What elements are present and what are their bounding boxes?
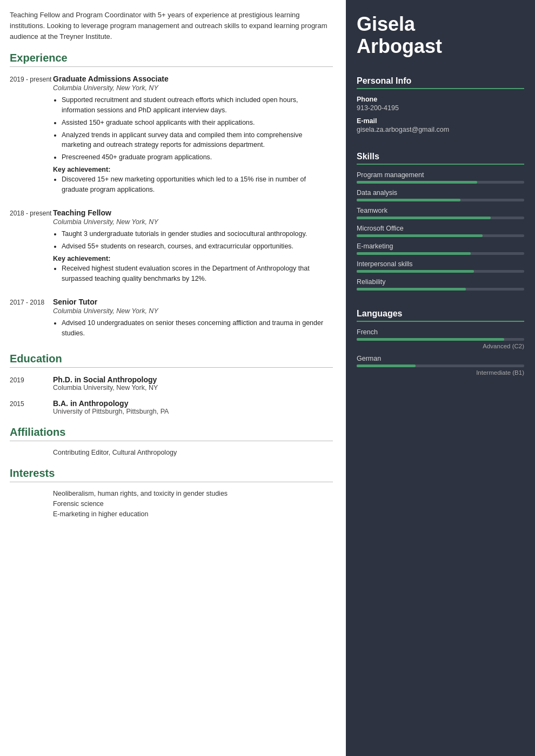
language-level: Advanced (C2) <box>357 343 524 349</box>
key-achievement-item: Received highest student evaluation scor… <box>62 264 333 284</box>
edu-content: Ph.D. in Social AnthropologyColumbia Uni… <box>53 375 158 392</box>
interest-item: Neoliberalism, human rights, and toxicit… <box>53 490 333 497</box>
skill-bar-fill <box>357 270 474 273</box>
bullet-item: Advised 10 undergraduates on senior thes… <box>62 318 333 339</box>
interests-section: Interests Neoliberalism, human rights, a… <box>10 467 333 518</box>
skill-name: E-marketing <box>357 242 524 250</box>
exp-title: Senior Tutor <box>53 298 333 306</box>
language-name: German <box>357 355 524 362</box>
bullet-item: Prescreened 450+ graduate program applic… <box>62 152 333 163</box>
edu-date: 2019 <box>10 375 53 392</box>
experience-item: 2019 - presentGraduate Admissions Associ… <box>10 75 333 198</box>
left-column: Teaching Fellow and Program Coordinator … <box>0 0 346 756</box>
right-column: Gisela Arbogast Personal Info Phone 913-… <box>346 0 535 756</box>
phone-label: Phone <box>357 96 524 103</box>
affiliations-title: Affiliations <box>10 426 333 441</box>
language-bar-background <box>357 364 524 367</box>
skill-bar-background <box>357 217 524 219</box>
education-section: Education 2019Ph.D. in Social Anthropolo… <box>10 353 333 415</box>
exp-company: Columbia University, New York, NY <box>53 307 333 315</box>
languages-section: Languages FrenchAdvanced (C2)GermanInter… <box>346 301 535 387</box>
personal-info-title: Personal Info <box>357 76 524 89</box>
interests-title: Interests <box>10 467 333 482</box>
bullet-item: Supported recruitment and student outrea… <box>62 95 333 116</box>
skill-name: Teamwork <box>357 207 524 214</box>
key-achievement-bullets: Discovered 15+ new marketing opportuniti… <box>53 174 333 195</box>
skill-name: Interpersonal skills <box>357 260 524 268</box>
exp-bullets: Taught 3 undergraduate tutorials in gend… <box>53 229 333 252</box>
exp-date: 2018 - present <box>10 208 53 287</box>
skill-bar-fill <box>357 181 477 184</box>
edu-degree: Ph.D. in Social Anthropology <box>53 375 158 384</box>
exp-date: 2017 - 2018 <box>10 298 53 342</box>
name-line1: Gisela <box>357 13 415 35</box>
interest-item: Forensic science <box>53 500 333 508</box>
language-name: French <box>357 328 524 336</box>
exp-date: 2019 - present <box>10 75 53 198</box>
email-label: E-mail <box>357 117 524 125</box>
skill-name: Data analysis <box>357 189 524 197</box>
exp-content: Teaching FellowColumbia University, New … <box>53 208 333 287</box>
exp-content: Graduate Admissions AssociateColumbia Un… <box>53 75 333 198</box>
personal-info-section: Personal Info Phone 913-200-4195 E-mail … <box>346 69 535 144</box>
key-achievement-label: Key achievement: <box>53 255 333 262</box>
skill-bar-fill <box>357 199 460 201</box>
summary-text: Teaching Fellow and Program Coordinator … <box>10 10 333 42</box>
affiliation-item: Contributing Editor, Cultural Anthropolo… <box>10 449 333 456</box>
skill-bar-background <box>357 252 524 255</box>
skill-name: Program management <box>357 171 524 179</box>
education-item: 2015B.A. in AnthropologyUniversity of Pi… <box>10 399 333 415</box>
affil-spacer <box>10 449 53 456</box>
name-line2: Arbogast <box>357 35 442 57</box>
skill-bar-fill <box>357 217 491 219</box>
key-achievement-bullets: Received highest student evaluation scor… <box>53 264 333 284</box>
language-bar-fill <box>357 338 504 341</box>
language-bar-background <box>357 338 524 341</box>
exp-title: Teaching Fellow <box>53 208 333 217</box>
skill-bar-fill <box>357 288 466 291</box>
experience-item: 2018 - presentTeaching FellowColumbia Un… <box>10 208 333 287</box>
edu-degree: B.A. in Anthropology <box>53 399 169 408</box>
exp-bullets: Advised 10 undergraduates on senior thes… <box>53 318 333 339</box>
key-achievement-label: Key achievement: <box>53 166 333 173</box>
interests-list: Neoliberalism, human rights, and toxicit… <box>53 490 333 518</box>
name-block: Gisela Arbogast <box>346 0 535 69</box>
education-title: Education <box>10 353 333 368</box>
experience-item: 2017 - 2018Senior TutorColumbia Universi… <box>10 298 333 342</box>
skill-name: Reliability <box>357 278 524 286</box>
skill-bar-background <box>357 199 524 201</box>
edu-content: B.A. in AnthropologyUniversity of Pittsb… <box>53 399 169 415</box>
skill-bar-fill <box>357 252 471 255</box>
skill-name: Microsoft Office <box>357 225 524 232</box>
interest-item: E-marketing in higher education <box>53 510 333 518</box>
key-achievement-item: Discovered 15+ new marketing opportuniti… <box>62 174 333 195</box>
languages-title: Languages <box>357 309 524 322</box>
exp-title: Graduate Admissions Associate <box>53 75 333 83</box>
skills-title: Skills <box>357 152 524 165</box>
edu-date: 2015 <box>10 399 53 415</box>
language-bar-fill <box>357 364 416 367</box>
exp-content: Senior TutorColumbia University, New Yor… <box>53 298 333 342</box>
affiliations-section: Affiliations Contributing Editor, Cultur… <box>10 426 333 456</box>
exp-company: Columbia University, New York, NY <box>53 84 333 92</box>
bullet-item: Analyzed trends in applicant survey data… <box>62 130 333 151</box>
skill-bar-background <box>357 270 524 273</box>
skill-bar-background <box>357 288 524 291</box>
edu-school: Columbia University, New York, NY <box>53 384 158 392</box>
affiliation-text: Contributing Editor, Cultural Anthropolo… <box>53 449 177 456</box>
phone-value: 913-200-4195 <box>357 104 524 112</box>
skill-bar-fill <box>357 234 483 237</box>
education-item: 2019Ph.D. in Social AnthropologyColumbia… <box>10 375 333 392</box>
candidate-name: Gisela Arbogast <box>357 13 524 58</box>
exp-company: Columbia University, New York, NY <box>53 218 333 226</box>
experience-title: Experience <box>10 52 333 67</box>
experience-section: Experience 2019 - presentGraduate Admiss… <box>10 52 333 342</box>
bullet-item: Advised 55+ students on research, course… <box>62 241 333 252</box>
edu-school: University of Pittsburgh, Pittsburgh, PA <box>53 408 169 415</box>
language-level: Intermediate (B1) <box>357 369 524 376</box>
bullet-item: Taught 3 undergraduate tutorials in gend… <box>62 229 333 239</box>
skill-bar-background <box>357 181 524 184</box>
email-value: gisela.za.arbogast@gmail.com <box>357 126 524 133</box>
skills-section: Skills Program managementData analysisTe… <box>346 144 535 301</box>
exp-bullets: Supported recruitment and student outrea… <box>53 95 333 163</box>
